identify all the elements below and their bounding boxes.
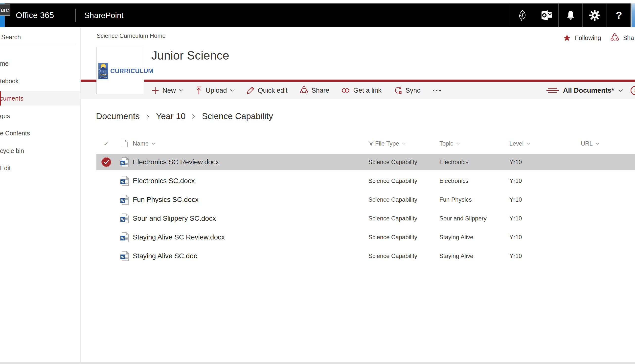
share-icon[interactable] [610, 33, 619, 43]
outlook-icon[interactable] [540, 4, 553, 27]
edge-tooltip: ure [0, 4, 11, 16]
swirl-graphic [103, 71, 106, 73]
level-cell: Yr10 [509, 234, 581, 241]
level-cell: Yr10 [509, 159, 581, 166]
new-button[interactable]: New [151, 86, 183, 94]
level-cell: Yr10 [509, 196, 581, 203]
file-type-cell: Science Capability [368, 159, 439, 166]
file-name-link[interactable]: Electronics SC Review.docx [133, 158, 368, 166]
level-cell: Yr10 [509, 252, 581, 260]
site-home-link[interactable]: Science Curriculum Home [97, 32, 166, 39]
select-all-checkmark[interactable]: ✓ [97, 140, 116, 148]
site-logo[interactable]: TAIERI COLLEGE CURRICULUM [97, 47, 144, 94]
following-star-icon[interactable]: ★ [563, 33, 571, 43]
search-label[interactable]: Search [1, 34, 21, 41]
table-row[interactable]: W Fun Physics SC.docx Science Capability… [97, 192, 635, 208]
sidebar-item-site-contents[interactable]: e Contents [0, 126, 80, 140]
table-row[interactable]: W Staying Alive SC.doc Science Capabilit… [97, 248, 635, 264]
chevron-down-icon [179, 89, 183, 92]
ellipsis-icon [432, 90, 441, 92]
sync-button[interactable]: Sync [393, 86, 420, 95]
file-name-link[interactable]: Fun Physics SC.docx [133, 196, 368, 204]
sidebar-item-pages[interactable]: ges [0, 109, 80, 123]
more-actions-button[interactable] [432, 90, 441, 92]
file-type-cell: Science Capability [368, 178, 439, 184]
pencil-icon [246, 86, 255, 95]
filter-icon [368, 141, 374, 146]
badge-subtitle: COLLEGE [99, 76, 108, 78]
following-button[interactable]: Following [575, 34, 601, 42]
sharepoint-page: Office 365 SharePoint [0, 0, 635, 364]
link-icon [341, 87, 350, 94]
mountain-graphic [99, 66, 107, 70]
icon-separator [606, 4, 607, 27]
chevron-down-icon [596, 142, 599, 145]
word-file-icon: W [116, 251, 133, 261]
theme-rule [81, 80, 635, 82]
upload-button[interactable]: Upload [195, 86, 234, 95]
share-icon [299, 86, 308, 95]
sidebar-divider [0, 45, 76, 45]
column-header-file-type[interactable]: File Type [368, 140, 439, 147]
chevron-down-icon [230, 89, 234, 92]
file-name-link[interactable]: Sour and Slippery SC.docx [133, 214, 368, 222]
table-row[interactable]: W Electronics SC.docx Science Capability… [97, 173, 635, 189]
topic-cell: Electronics [439, 159, 509, 166]
level-cell: Yr10 [509, 178, 581, 184]
chevron-down-icon [456, 142, 460, 145]
table-row[interactable]: W Staying Alive SC Review.docx Science C… [97, 229, 635, 246]
word-file-icon: W [116, 176, 133, 186]
word-file-icon: W [116, 232, 133, 242]
leaf-icon[interactable] [517, 4, 528, 27]
quick-edit-button[interactable]: Quick edit [246, 86, 288, 95]
sidebar-item-documents[interactable]: cuments [0, 91, 80, 106]
share-button[interactable]: Sha [623, 34, 634, 42]
office-365-brand[interactable]: Office 365 [16, 4, 54, 27]
svg-text:W: W [121, 218, 124, 222]
sidebar-nav: me tebook cuments ges e Contents cycle b… [0, 56, 80, 178]
get-a-link-button[interactable]: Get a link [341, 87, 382, 94]
selected-check-icon[interactable] [101, 157, 112, 167]
file-type-header-icon[interactable] [116, 140, 133, 147]
sidebar-item-recycle-bin[interactable]: cycle bin [0, 144, 80, 158]
notifications-bell-icon[interactable] [565, 4, 576, 27]
help-icon[interactable]: ? [613, 4, 625, 27]
column-header-url[interactable]: URL [581, 140, 635, 147]
file-type-cell: Science Capability [368, 234, 439, 241]
plus-icon [151, 86, 159, 94]
column-header-level[interactable]: Level [509, 140, 581, 147]
table-row[interactable]: W Electronics SC Review.docx Science Cap… [97, 154, 635, 170]
table-row[interactable]: W Sour and Slippery SC.docx Science Capa… [97, 210, 635, 226]
column-header-topic[interactable]: Topic [439, 140, 509, 147]
view-selector[interactable]: All Documents* [546, 82, 623, 99]
chevron-right-icon [192, 113, 195, 119]
sidebar: Search me tebook cuments ges e Contents … [0, 27, 81, 362]
sidebar-item-home[interactable]: me [0, 56, 80, 71]
sidebar-item-notebook[interactable]: tebook [0, 74, 80, 88]
breadcrumb-science-capability[interactable]: Science Capability [202, 111, 273, 121]
table-header: ✓ Name File Type Topic Level URL [97, 136, 635, 151]
settings-gear-icon[interactable] [589, 4, 600, 27]
column-header-name[interactable]: Name [133, 140, 368, 147]
view-list-icon [546, 88, 559, 94]
share-button-toolbar[interactable]: Share [299, 86, 329, 95]
sharepoint-app-title[interactable]: SharePoint [84, 4, 123, 27]
icon-separator [582, 4, 582, 27]
avatar[interactable] [630, 4, 635, 27]
topic-cell: Sour and Slippery [439, 215, 509, 222]
college-badge: TAIERI COLLEGE [99, 63, 108, 79]
file-type-cell: Science Capability [368, 215, 439, 222]
info-icon[interactable]: i [630, 86, 635, 95]
page-title: Junior Science [151, 49, 229, 62]
breadcrumb-year-10[interactable]: Year 10 [156, 111, 186, 121]
file-name-link[interactable]: Staying Alive SC.doc [133, 252, 368, 260]
document-list: W Electronics SC Review.docx Science Cap… [97, 154, 635, 267]
file-name-link[interactable]: Staying Alive SC Review.docx [133, 233, 368, 241]
level-cell: Yr10 [509, 215, 581, 222]
file-name-link[interactable]: Electronics SC.docx [133, 177, 368, 185]
bottom-strip [0, 362, 635, 364]
breadcrumb-documents[interactable]: Documents [96, 111, 140, 121]
file-type-cell: Science Capability [368, 252, 439, 260]
file-type-cell: Science Capability [368, 196, 439, 203]
sidebar-item-edit[interactable]: Edit [0, 161, 80, 175]
